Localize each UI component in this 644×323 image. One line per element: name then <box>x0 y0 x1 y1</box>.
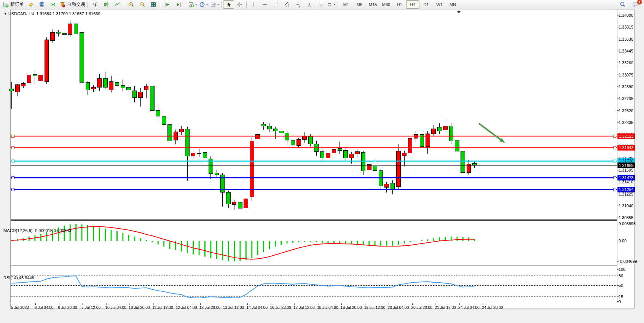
svg-text:12 Jul 04:00: 12 Jul 04:00 <box>176 305 197 310</box>
crosshair-icon <box>237 2 243 8</box>
label-button[interactable]: T <box>314 0 325 9</box>
svg-text:1.34000: 1.34000 <box>618 13 633 18</box>
chart-title-symbol: USDCAD-,H4 <box>8 11 34 16</box>
svg-text:11 Jul 12:00: 11 Jul 12:00 <box>152 305 173 310</box>
template-icon <box>210 2 216 8</box>
tile-windows-button[interactable] <box>148 0 159 9</box>
svg-text:10 Jul 04:00: 10 Jul 04:00 <box>105 305 126 310</box>
timeframe-w1-button[interactable]: W1 <box>433 0 446 9</box>
svg-text:T: T <box>319 3 321 6</box>
trendline-icon <box>273 2 279 8</box>
svg-text:15: 15 <box>618 294 623 299</box>
timeframe-m5-button[interactable]: M5 <box>353 0 366 9</box>
line-anchor-handle <box>12 188 14 191</box>
svg-text:E: E <box>288 5 289 8</box>
zoom-in-button[interactable] <box>126 0 137 9</box>
svg-text:1.33630: 1.33630 <box>618 37 633 41</box>
zoom-in-icon <box>128 2 134 8</box>
horizontal-line-icon <box>262 2 268 8</box>
svg-text:0.003895: 0.003895 <box>618 221 636 226</box>
svg-text:1.31294: 1.31294 <box>619 187 634 192</box>
periods-icon <box>199 2 205 8</box>
candlestick-button[interactable] <box>100 0 112 9</box>
channel-icon: E <box>284 2 290 8</box>
svg-text:50: 50 <box>618 283 623 288</box>
svg-text:17 Jul 12:00: 17 Jul 12:00 <box>293 305 315 310</box>
price-chart-svg[interactable]: 1.340001.338151.336301.334451.332601.330… <box>0 9 644 323</box>
toolbar-separator <box>338 1 338 8</box>
terminal-icon <box>39 2 45 8</box>
terminal-button[interactable] <box>36 0 47 9</box>
chart-shift-icon <box>175 2 182 8</box>
timeframe-m1-button[interactable]: M1 <box>340 0 353 9</box>
zoom-out-button[interactable] <box>137 0 148 9</box>
autoscroll-button[interactable] <box>162 0 173 9</box>
signal-button[interactable] <box>47 0 58 9</box>
gold-button[interactable] <box>25 0 36 9</box>
svg-text:6 Jul 20:00: 6 Jul 20:00 <box>58 305 77 310</box>
chevron-down-icon: ▾ <box>334 3 335 6</box>
timeframe-m30-button[interactable]: M30 <box>379 0 393 9</box>
svg-text:1.31595: 1.31595 <box>618 168 633 172</box>
cursor-button[interactable] <box>223 0 234 9</box>
indicators-button[interactable]: ▾ <box>187 0 198 9</box>
chart-background <box>9 10 635 314</box>
indicators-icon <box>188 2 194 8</box>
gold-icon <box>28 2 34 8</box>
new-order-button[interactable]: 新订单 <box>2 0 25 9</box>
chat-button[interactable]: 1 <box>630 0 641 9</box>
autoscroll-icon <box>164 2 171 8</box>
svg-text:100: 100 <box>618 267 625 272</box>
svg-text:20 Jul 04:00: 20 Jul 04:00 <box>388 305 409 310</box>
line-chart-button[interactable] <box>112 0 123 9</box>
toolbar-separator <box>221 1 222 8</box>
chart-shift-button[interactable] <box>173 0 184 9</box>
timeframe-m15-button[interactable]: M15 <box>366 0 379 9</box>
timeframe-h1-button[interactable]: H1 <box>393 0 406 9</box>
svg-text:A: A <box>308 2 311 7</box>
chart-title: ▼USDCAD-,H4 1.31684 1.31709 1.31657 1.31… <box>4 11 100 16</box>
svg-text:1.31225: 1.31225 <box>618 192 633 196</box>
arrows-button[interactable]: ▾ <box>325 0 336 9</box>
search-button[interactable] <box>617 0 628 9</box>
svg-text:80: 80 <box>618 274 623 278</box>
fibonacci-button[interactable]: F <box>292 0 303 9</box>
chevron-down-icon: ▼ <box>4 12 7 16</box>
svg-text:1.32890: 1.32890 <box>618 84 633 89</box>
chart-window[interactable]: 1.340001.338151.336301.334451.332601.330… <box>0 9 644 323</box>
line-anchor-handle <box>12 146 14 149</box>
candlestick-icon <box>103 2 109 8</box>
timeframe-h4-button[interactable]: H4 <box>406 0 419 9</box>
horizontal-line-button[interactable] <box>259 0 270 9</box>
svg-text:12 Jul 20:00: 12 Jul 20:00 <box>199 305 221 310</box>
svg-text:1.32520: 1.32520 <box>618 108 633 113</box>
timeframe-d1-button[interactable]: D1 <box>419 0 433 9</box>
vertical-line-button[interactable] <box>248 0 259 9</box>
line-anchor-handle <box>614 188 616 191</box>
bar-chart-button[interactable] <box>89 0 100 9</box>
vertical-line-icon <box>251 2 257 8</box>
template-button[interactable]: ▾ <box>209 0 220 9</box>
timeframe-mn-button[interactable]: MN <box>446 0 459 9</box>
trendline-button[interactable] <box>270 0 281 9</box>
chevron-down-icon: ▾ <box>217 3 219 6</box>
line-anchor-handle <box>614 135 616 137</box>
chart-title-ohlc: 1.31684 1.31709 1.31657 1.31669 <box>36 11 100 16</box>
toolbar-button-label: 新订单 <box>10 1 24 8</box>
svg-text:24 Jul 04:00: 24 Jul 04:00 <box>458 305 480 310</box>
svg-text:1.32705: 1.32705 <box>618 96 633 101</box>
periods-button[interactable]: ▾ <box>198 0 209 9</box>
toolbar-separator <box>88 1 88 8</box>
svg-text:-0.004699: -0.004699 <box>618 259 637 264</box>
line-anchor-handle <box>12 160 14 162</box>
rsi-pane-label: RSI(14) 45.9446 <box>3 275 34 280</box>
crosshair-button[interactable] <box>234 0 245 9</box>
tile-windows-icon <box>150 2 156 8</box>
fibonacci-icon: F <box>295 2 301 8</box>
text-button[interactable]: A <box>303 0 314 9</box>
channel-button[interactable]: E <box>281 0 292 9</box>
line-chart-icon <box>114 2 120 8</box>
autotrade-button[interactable]: 自动交易 <box>58 0 86 9</box>
svg-text:1.31669: 1.31669 <box>619 163 634 168</box>
toolbar-right-group: 1 <box>617 0 641 9</box>
